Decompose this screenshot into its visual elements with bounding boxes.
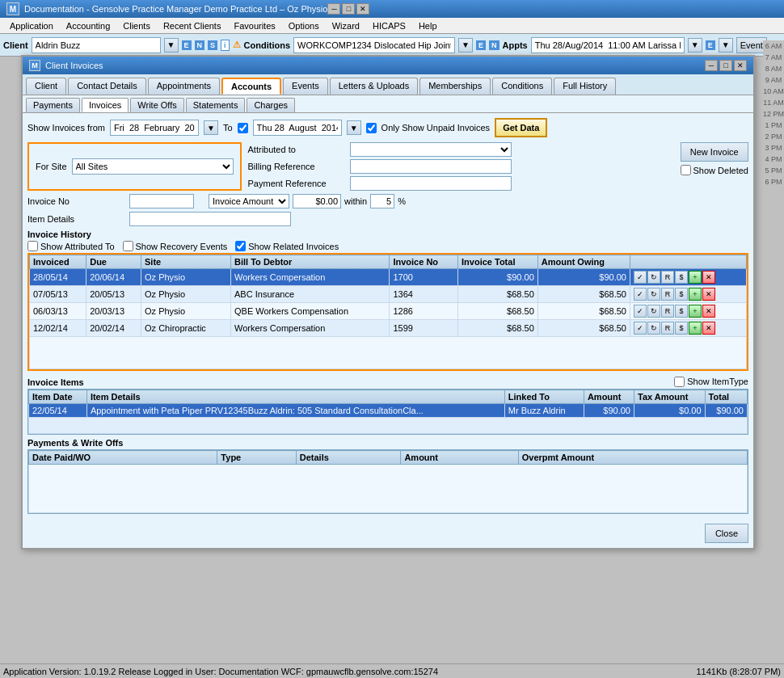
row-refresh-btn[interactable]: ↻ bbox=[647, 271, 660, 284]
row-add-btn[interactable]: + bbox=[689, 271, 702, 284]
tab-letters-uploads[interactable]: Letters & Uploads bbox=[330, 78, 418, 95]
show-item-type-checkbox[interactable] bbox=[674, 377, 685, 387]
row-refresh-btn[interactable]: ↻ bbox=[647, 305, 660, 318]
row-add-btn[interactable]: + bbox=[689, 305, 702, 318]
invoice-minimize-btn[interactable]: ─ bbox=[705, 60, 718, 71]
to-date-checkbox[interactable] bbox=[238, 123, 248, 133]
table-row[interactable]: 22/05/14 Appointment with Peta Piper PRV… bbox=[29, 404, 748, 418]
subtab-statements[interactable]: Statements bbox=[186, 98, 246, 112]
row-receipt-btn[interactable]: R bbox=[661, 288, 674, 301]
from-date-picker-btn[interactable]: ▼ bbox=[204, 120, 218, 135]
row-delete-btn[interactable]: ✕ bbox=[702, 288, 715, 301]
menu-application[interactable]: Application bbox=[3, 19, 60, 32]
subtab-writeoffs[interactable]: Write Offs bbox=[130, 98, 184, 112]
th-overpmt: Overpmt Amount bbox=[518, 451, 747, 465]
close-button[interactable]: Close bbox=[705, 524, 748, 543]
payment-ref-input[interactable] bbox=[350, 176, 512, 191]
tab-contact-details[interactable]: Contact Details bbox=[68, 78, 146, 95]
from-date-input[interactable] bbox=[110, 120, 199, 136]
conditions-dropdown-btn[interactable]: ▼ bbox=[458, 38, 473, 53]
tab-appointments[interactable]: Appointments bbox=[148, 78, 220, 95]
show-attributed-checkbox[interactable] bbox=[27, 241, 38, 251]
get-data-btn[interactable]: Get Data bbox=[495, 118, 547, 137]
row-receipt-btn[interactable]: R bbox=[661, 322, 674, 335]
show-recovery-checkbox[interactable] bbox=[123, 241, 133, 251]
minimize-btn[interactable]: ─ bbox=[327, 3, 340, 15]
maximize-btn[interactable]: □ bbox=[342, 3, 355, 15]
subtab-invoices[interactable]: Invoices bbox=[82, 98, 129, 112]
site-select[interactable]: All Sites bbox=[72, 158, 234, 175]
row-edit-btn[interactable]: ✓ bbox=[634, 322, 647, 335]
conditions-input[interactable] bbox=[293, 37, 455, 53]
payments-table: Date Paid/WO Type Details Amount Overpmt… bbox=[28, 450, 748, 513]
only-unpaid-checkbox[interactable] bbox=[366, 123, 377, 133]
appts-dropdown-btn[interactable]: ▼ bbox=[688, 38, 702, 53]
row-add-btn[interactable]: + bbox=[689, 322, 702, 335]
subtab-charges[interactable]: Charges bbox=[247, 98, 295, 112]
filter-row-4: Item Details bbox=[27, 212, 748, 226]
table-row[interactable]: 07/05/13 20/05/13 Oz Physio ABC Insuranc… bbox=[30, 286, 747, 303]
table-row[interactable]: 06/03/13 20/03/13 Oz Physio QBE Workers … bbox=[30, 303, 747, 320]
menu-clients[interactable]: Clients bbox=[116, 19, 157, 32]
tab-full-history[interactable]: Full History bbox=[554, 78, 616, 95]
attributed-to-select[interactable] bbox=[350, 142, 512, 157]
client-name-input[interactable] bbox=[32, 37, 161, 53]
cell-owing: $68.50 bbox=[537, 303, 630, 320]
invoice-close-btn[interactable]: ✕ bbox=[734, 60, 747, 71]
tab-memberships[interactable]: Memberships bbox=[419, 78, 491, 95]
subtab-payments[interactable]: Payments bbox=[26, 98, 80, 112]
invoice-maximize-btn[interactable]: □ bbox=[719, 60, 732, 71]
th-date-paid: Date Paid/WO bbox=[29, 451, 217, 465]
appt-down-btn[interactable]: ▼ bbox=[719, 38, 733, 53]
row-delete-btn[interactable]: ✕ bbox=[702, 322, 715, 335]
menu-options[interactable]: Options bbox=[282, 19, 326, 32]
row-delete-btn[interactable]: ✕ bbox=[702, 271, 715, 284]
payments-table-container: Date Paid/WO Type Details Amount Overpmt… bbox=[27, 449, 748, 514]
th-invoiced: Invoiced bbox=[30, 255, 86, 269]
row-refresh-btn[interactable]: ↻ bbox=[647, 322, 660, 335]
table-row[interactable]: 28/05/14 20/06/14 Oz Physio Workers Comp… bbox=[30, 269, 747, 286]
tab-events[interactable]: Events bbox=[283, 78, 328, 95]
appts-input[interactable] bbox=[531, 37, 685, 53]
item-details-input[interactable] bbox=[129, 212, 291, 226]
row-edit-btn[interactable]: ✓ bbox=[634, 271, 647, 284]
row-dollar-btn[interactable]: $ bbox=[675, 305, 688, 318]
status-bar: Application Version: 1.0.19.2 Release Lo… bbox=[0, 663, 784, 678]
badge-e: E bbox=[182, 40, 192, 50]
show-deleted-checkbox[interactable] bbox=[681, 165, 691, 175]
row-receipt-btn[interactable]: R bbox=[661, 305, 674, 318]
to-date-picker-btn[interactable]: ▼ bbox=[347, 120, 361, 135]
row-dollar-btn[interactable]: $ bbox=[675, 288, 688, 301]
close-window-btn[interactable]: ✕ bbox=[356, 3, 369, 15]
menu-help[interactable]: Help bbox=[412, 19, 444, 32]
tab-client[interactable]: Client bbox=[26, 78, 66, 95]
show-related-checkbox[interactable] bbox=[235, 241, 246, 251]
tab-accounts[interactable]: Accounts bbox=[221, 78, 281, 95]
within-value-input[interactable] bbox=[370, 194, 394, 208]
table-row[interactable]: 12/02/14 20/02/14 Oz Chiropractic Worker… bbox=[30, 320, 747, 337]
invoice-amount-select[interactable]: Invoice Amount bbox=[209, 194, 289, 208]
row-dollar-btn[interactable]: $ bbox=[675, 322, 688, 335]
new-invoice-btn[interactable]: New Invoice bbox=[681, 142, 749, 162]
tab-conditions[interactable]: Conditions bbox=[492, 78, 552, 95]
invoice-no-input[interactable] bbox=[129, 194, 194, 208]
to-date-input[interactable] bbox=[253, 120, 342, 136]
row-edit-btn[interactable]: ✓ bbox=[634, 288, 647, 301]
row-refresh-btn[interactable]: ↻ bbox=[647, 288, 660, 301]
row-receipt-btn[interactable]: R bbox=[661, 271, 674, 284]
client-dropdown-btn[interactable]: ▼ bbox=[164, 38, 179, 53]
row-dollar-btn[interactable]: $ bbox=[675, 271, 688, 284]
menu-accounting[interactable]: Accounting bbox=[60, 19, 116, 32]
menu-hicaps[interactable]: HICAPS bbox=[366, 19, 412, 32]
billing-ref-input[interactable] bbox=[350, 159, 512, 174]
row-edit-btn[interactable]: ✓ bbox=[634, 305, 647, 318]
badge-n: N bbox=[195, 40, 205, 50]
cell-owing: $68.50 bbox=[537, 286, 630, 303]
menu-recent-clients[interactable]: Recent Clients bbox=[157, 19, 228, 32]
row-add-btn[interactable]: + bbox=[689, 288, 702, 301]
time-2pm: 2 PM bbox=[765, 131, 782, 142]
invoice-amount-input[interactable] bbox=[293, 194, 341, 208]
menu-favourites[interactable]: Favourites bbox=[227, 19, 281, 32]
menu-wizard[interactable]: Wizard bbox=[326, 19, 366, 32]
row-delete-btn[interactable]: ✕ bbox=[702, 305, 715, 318]
